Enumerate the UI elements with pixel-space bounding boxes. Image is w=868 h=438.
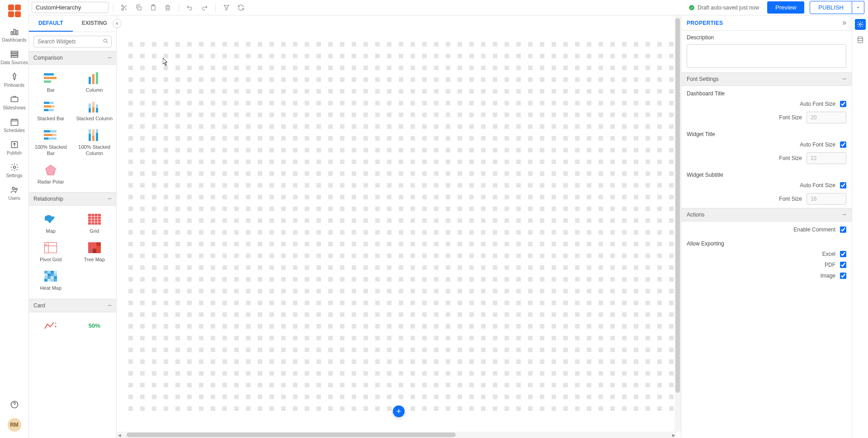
- description-input[interactable]: [687, 44, 846, 68]
- svg-rect-30: [44, 109, 48, 111]
- data-tab-button[interactable]: [855, 34, 866, 45]
- properties-tab-button[interactable]: [855, 19, 866, 30]
- svg-rect-62: [96, 242, 101, 246]
- font-settings-header[interactable]: Font Settings−: [681, 72, 852, 86]
- dashboard-title-input[interactable]: [32, 2, 108, 13]
- vertical-scrollbar[interactable]: [675, 15, 681, 432]
- refresh-button[interactable]: [235, 1, 247, 14]
- actions-header[interactable]: Actions−: [681, 208, 852, 221]
- dashboard-font-size-input[interactable]: [807, 112, 846, 123]
- svg-point-18: [689, 5, 694, 10]
- nav-publish[interactable]: Publish: [0, 137, 28, 159]
- tab-default[interactable]: DEFAULT: [29, 15, 73, 32]
- scissors-icon: [121, 4, 128, 11]
- svg-point-14: [122, 9, 123, 10]
- user-avatar[interactable]: RM: [8, 418, 21, 432]
- widget-stacked-column[interactable]: Stacked Column: [73, 97, 117, 125]
- widget-column[interactable]: Column: [73, 68, 117, 97]
- svg-rect-40: [44, 134, 52, 136]
- chevron-down-icon: [856, 5, 860, 10]
- widget-radar-polar[interactable]: Radar Polar: [29, 160, 73, 188]
- svg-rect-69: [54, 271, 57, 273]
- copy-button[interactable]: [132, 1, 145, 14]
- widget-pct-stacked-bar[interactable]: 100% Stacked Bar: [29, 125, 73, 160]
- nav-dashboards[interactable]: Dashboards: [0, 24, 28, 46]
- add-widget-button[interactable]: +: [393, 405, 405, 417]
- svg-rect-71: [47, 273, 51, 276]
- collapse-widgets-button[interactable]: [113, 19, 122, 28]
- redo-button[interactable]: [198, 1, 211, 14]
- preview-button[interactable]: Preview: [767, 1, 804, 14]
- nav-label: Dashboards: [2, 38, 27, 42]
- design-canvas[interactable]: + ◂ ▸: [117, 15, 681, 438]
- widget-pivot-grid[interactable]: Pivot Grid: [29, 238, 73, 266]
- nav-label: Publish: [7, 151, 22, 155]
- trash-icon: [164, 4, 171, 11]
- section-comparison-header[interactable]: Comparison−: [29, 51, 116, 65]
- properties-title: PROPERTIES: [687, 20, 723, 26]
- export-excel-checkbox[interactable]: [840, 251, 846, 257]
- horizontal-scrollbar[interactable]: ◂ ▸: [117, 432, 676, 438]
- enable-comment-checkbox[interactable]: [840, 226, 846, 233]
- export-image-checkbox[interactable]: [840, 273, 846, 279]
- widget-heat-map[interactable]: Heat Map: [29, 266, 73, 295]
- widget-tree-map[interactable]: Tree Map: [73, 238, 117, 266]
- svg-rect-2: [16, 31, 18, 35]
- undo-button[interactable]: [184, 1, 196, 14]
- svg-rect-25: [96, 72, 98, 84]
- subtitle-font-size-input[interactable]: [807, 193, 846, 205]
- cut-button[interactable]: [118, 1, 131, 14]
- calendar-icon: [10, 118, 19, 127]
- svg-rect-29: [51, 105, 55, 108]
- widget-pct-stacked-column[interactable]: 100% Stacked Column: [73, 125, 117, 160]
- publish-button[interactable]: PUBLISH: [810, 1, 852, 14]
- subtitle-auto-font-checkbox[interactable]: [840, 182, 846, 188]
- svg-point-85: [858, 37, 863, 38]
- widget-card-kpi[interactable]: [29, 316, 73, 336]
- widget-auto-font-checkbox[interactable]: [840, 141, 846, 148]
- nav-users[interactable]: Users: [0, 182, 28, 204]
- stacked-bar-icon: [44, 101, 57, 113]
- widget-title-label: Widget Title: [681, 127, 852, 140]
- svg-rect-0: [11, 32, 12, 35]
- widget-map[interactable]: Map: [29, 209, 73, 238]
- export-icon: [10, 140, 19, 149]
- nav-pinboards[interactable]: Pinboards: [0, 69, 28, 91]
- widget-font-size-input[interactable]: [807, 152, 846, 164]
- svg-rect-48: [96, 129, 98, 133]
- pct-column-icon: [88, 129, 101, 141]
- delete-button[interactable]: [161, 1, 174, 14]
- widget-stacked-bar[interactable]: Stacked Bar: [29, 97, 73, 125]
- nav-schedules[interactable]: Schedules: [0, 114, 28, 137]
- search-widgets-input[interactable]: [33, 36, 112, 47]
- nav-help[interactable]: [0, 396, 28, 413]
- gear-icon: [10, 163, 19, 172]
- svg-rect-68: [51, 271, 54, 273]
- filter-button[interactable]: [220, 1, 233, 14]
- app-logo: [8, 5, 21, 17]
- expand-properties-button[interactable]: [839, 18, 849, 28]
- dashboard-title-label: Dashboard Title: [681, 86, 852, 99]
- tv-icon: [10, 95, 19, 104]
- export-pdf-checkbox[interactable]: [840, 262, 846, 268]
- svg-marker-83: [55, 326, 57, 328]
- nav-slideshows[interactable]: Slideshows: [0, 91, 28, 114]
- section-card-header[interactable]: Card−: [29, 299, 116, 312]
- dashboard-auto-font-checkbox[interactable]: [840, 101, 846, 107]
- widget-card-percent[interactable]: 50%: [73, 316, 117, 336]
- svg-rect-63: [96, 246, 101, 253]
- nav-data-sources[interactable]: Data Sources: [0, 46, 28, 69]
- tab-existing[interactable]: EXISTING: [73, 15, 117, 32]
- database-icon: [857, 36, 864, 43]
- nav-label: Settings: [6, 173, 22, 178]
- widget-grid[interactable]: Grid: [73, 209, 117, 238]
- filter-icon: [223, 4, 230, 11]
- nav-settings[interactable]: Settings: [0, 159, 28, 182]
- svg-rect-45: [89, 134, 91, 141]
- svg-rect-79: [47, 279, 51, 282]
- publish-dropdown[interactable]: [852, 1, 864, 14]
- section-relationship-header[interactable]: Relationship−: [29, 192, 116, 206]
- widget-bar[interactable]: Bar: [29, 68, 73, 97]
- paste-button[interactable]: [147, 1, 160, 14]
- svg-rect-4: [11, 53, 18, 55]
